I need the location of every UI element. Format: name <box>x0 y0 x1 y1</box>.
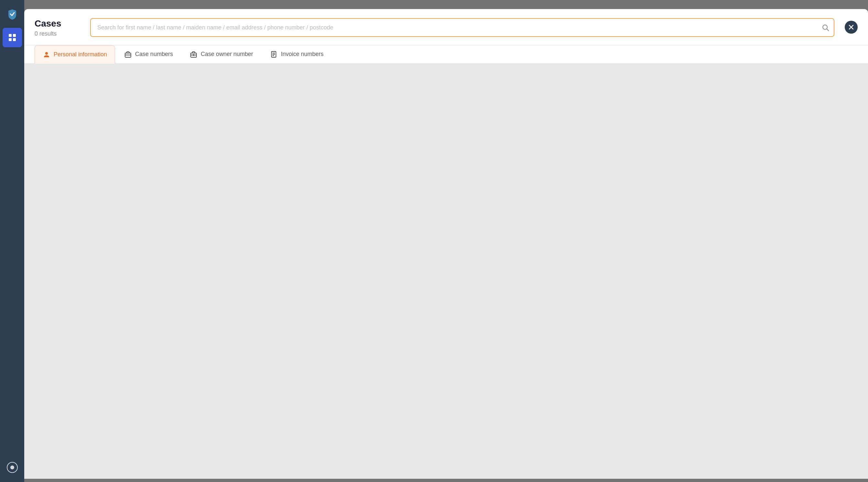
briefcase2-icon <box>190 51 197 58</box>
tab-case-numbers-label: Case numbers <box>135 51 173 58</box>
tab-case-owner-number[interactable]: Case owner number <box>182 45 261 63</box>
tabs-bar: Personal information Case numbers <box>24 45 868 64</box>
sidebar-active-nav[interactable] <box>3 28 22 47</box>
tab-case-numbers[interactable]: Case numbers <box>116 45 181 63</box>
modal-title: Cases <box>35 18 80 29</box>
document-icon <box>270 51 278 58</box>
search-button[interactable] <box>822 24 829 31</box>
briefcase-icon <box>124 51 132 58</box>
modal-header: Cases 0 results <box>24 9 868 45</box>
svg-rect-0 <box>9 34 12 37</box>
app-logo <box>4 6 20 23</box>
sidebar <box>0 0 24 482</box>
person-icon <box>43 51 51 59</box>
modal-content-area <box>24 64 868 479</box>
cases-modal: Cases 0 results <box>24 9 868 479</box>
tab-invoice-numbers-label: Invoice numbers <box>281 51 323 58</box>
svg-point-10 <box>45 52 48 55</box>
svg-point-15 <box>193 54 194 55</box>
search-input[interactable] <box>90 18 834 37</box>
title-area: Cases 0 results <box>35 18 80 45</box>
tab-personal-information-label: Personal information <box>54 51 107 58</box>
svg-rect-1 <box>13 34 16 37</box>
svg-rect-2 <box>9 38 12 41</box>
svg-point-5 <box>10 465 14 470</box>
svg-rect-3 <box>13 38 16 41</box>
tab-case-owner-number-label: Case owner number <box>201 51 253 58</box>
search-area <box>90 18 834 42</box>
results-count: 0 results <box>35 30 80 37</box>
tab-personal-information[interactable]: Personal information <box>35 45 115 64</box>
sidebar-bottom-icon[interactable] <box>4 459 20 476</box>
search-input-wrapper <box>90 18 834 37</box>
tab-invoice-numbers[interactable]: Invoice numbers <box>262 45 331 63</box>
svg-line-7 <box>827 29 829 31</box>
close-button[interactable] <box>845 21 858 34</box>
